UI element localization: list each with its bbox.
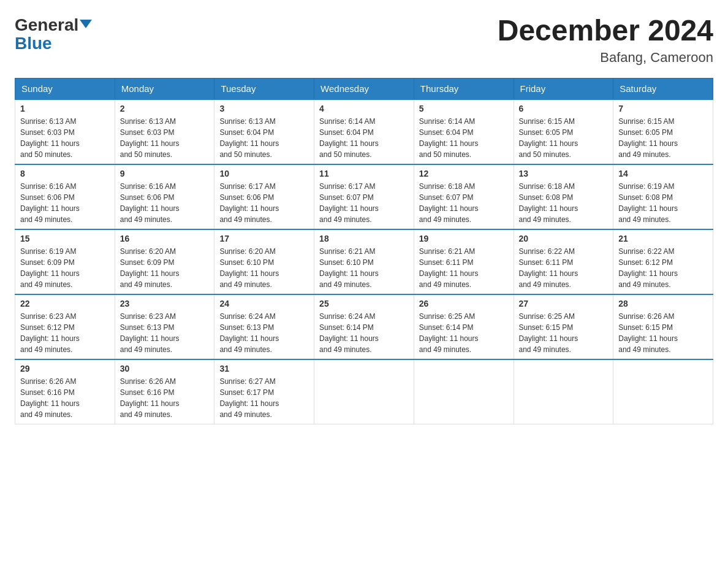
calendar-header-friday: Friday xyxy=(514,78,613,99)
calendar-cell: 7 Sunrise: 6:15 AMSunset: 6:05 PMDayligh… xyxy=(613,99,713,164)
day-info: Sunrise: 6:23 AMSunset: 6:12 PMDaylight:… xyxy=(20,311,110,355)
day-number: 11 xyxy=(319,169,409,178)
day-number: 13 xyxy=(519,169,609,178)
day-info: Sunrise: 6:16 AMSunset: 6:06 PMDaylight:… xyxy=(20,181,110,225)
day-info: Sunrise: 6:26 AMSunset: 6:16 PMDaylight:… xyxy=(120,376,210,420)
day-info: Sunrise: 6:20 AMSunset: 6:10 PMDaylight:… xyxy=(219,246,309,290)
calendar-cell: 26 Sunrise: 6:25 AMSunset: 6:14 PMDaylig… xyxy=(414,294,514,359)
day-number: 23 xyxy=(120,299,210,308)
day-info: Sunrise: 6:21 AMSunset: 6:11 PMDaylight:… xyxy=(419,246,509,290)
day-number: 5 xyxy=(419,104,509,113)
calendar-cell xyxy=(314,359,414,424)
calendar-cell: 31 Sunrise: 6:27 AMSunset: 6:17 PMDaylig… xyxy=(214,359,314,424)
calendar-subtitle: Bafang, Cameroon xyxy=(498,50,713,66)
calendar-cell: 21 Sunrise: 6:22 AMSunset: 6:12 PMDaylig… xyxy=(613,229,713,294)
calendar-cell: 1 Sunrise: 6:13 AMSunset: 6:03 PMDayligh… xyxy=(15,99,115,164)
calendar-cell: 2 Sunrise: 6:13 AMSunset: 6:03 PMDayligh… xyxy=(115,99,214,164)
calendar-cell: 15 Sunrise: 6:19 AMSunset: 6:09 PMDaylig… xyxy=(15,229,115,294)
day-number: 18 xyxy=(319,234,409,243)
calendar-week-row: 15 Sunrise: 6:19 AMSunset: 6:09 PMDaylig… xyxy=(15,229,713,294)
calendar-cell: 29 Sunrise: 6:26 AMSunset: 6:16 PMDaylig… xyxy=(15,359,115,424)
calendar-cell: 18 Sunrise: 6:21 AMSunset: 6:10 PMDaylig… xyxy=(314,229,414,294)
day-info: Sunrise: 6:16 AMSunset: 6:06 PMDaylight:… xyxy=(120,181,210,225)
day-info: Sunrise: 6:14 AMSunset: 6:04 PMDaylight:… xyxy=(319,116,409,160)
calendar-cell: 20 Sunrise: 6:22 AMSunset: 6:11 PMDaylig… xyxy=(514,229,613,294)
day-info: Sunrise: 6:17 AMSunset: 6:06 PMDaylight:… xyxy=(219,181,309,225)
day-info: Sunrise: 6:20 AMSunset: 6:09 PMDaylight:… xyxy=(120,246,210,290)
day-number: 22 xyxy=(20,299,110,308)
page-header: General Blue December 2024 Bafang, Camer… xyxy=(15,15,713,66)
day-number: 28 xyxy=(618,299,708,308)
day-info: Sunrise: 6:24 AMSunset: 6:13 PMDaylight:… xyxy=(219,311,309,355)
calendar-cell: 17 Sunrise: 6:20 AMSunset: 6:10 PMDaylig… xyxy=(214,229,314,294)
day-info: Sunrise: 6:13 AMSunset: 6:04 PMDaylight:… xyxy=(219,116,309,160)
calendar-cell: 24 Sunrise: 6:24 AMSunset: 6:13 PMDaylig… xyxy=(214,294,314,359)
day-number: 27 xyxy=(519,299,609,308)
day-info: Sunrise: 6:25 AMSunset: 6:15 PMDaylight:… xyxy=(519,311,609,355)
calendar-cell: 19 Sunrise: 6:21 AMSunset: 6:11 PMDaylig… xyxy=(414,229,514,294)
day-info: Sunrise: 6:22 AMSunset: 6:11 PMDaylight:… xyxy=(519,246,609,290)
calendar-cell: 16 Sunrise: 6:20 AMSunset: 6:09 PMDaylig… xyxy=(115,229,214,294)
logo-blue-text: Blue xyxy=(15,33,92,54)
day-info: Sunrise: 6:27 AMSunset: 6:17 PMDaylight:… xyxy=(219,376,309,420)
calendar-week-row: 29 Sunrise: 6:26 AMSunset: 6:16 PMDaylig… xyxy=(15,359,713,424)
calendar-header-thursday: Thursday xyxy=(414,78,514,99)
calendar-cell xyxy=(613,359,713,424)
day-number: 17 xyxy=(219,234,309,243)
logo-triangle-icon xyxy=(80,20,92,28)
day-number: 20 xyxy=(519,234,609,243)
day-number: 31 xyxy=(219,364,309,373)
day-info: Sunrise: 6:13 AMSunset: 6:03 PMDaylight:… xyxy=(120,116,210,160)
day-info: Sunrise: 6:17 AMSunset: 6:07 PMDaylight:… xyxy=(319,181,409,225)
day-number: 25 xyxy=(319,299,409,308)
calendar-cell: 5 Sunrise: 6:14 AMSunset: 6:04 PMDayligh… xyxy=(414,99,514,164)
day-info: Sunrise: 6:19 AMSunset: 6:09 PMDaylight:… xyxy=(20,246,110,290)
day-info: Sunrise: 6:25 AMSunset: 6:14 PMDaylight:… xyxy=(419,311,509,355)
day-number: 3 xyxy=(219,104,309,113)
day-info: Sunrise: 6:18 AMSunset: 6:08 PMDaylight:… xyxy=(519,181,609,225)
calendar-header-row: SundayMondayTuesdayWednesdayThursdayFrid… xyxy=(15,78,713,99)
calendar-cell: 13 Sunrise: 6:18 AMSunset: 6:08 PMDaylig… xyxy=(514,164,613,229)
day-number: 9 xyxy=(120,169,210,178)
calendar-cell: 6 Sunrise: 6:15 AMSunset: 6:05 PMDayligh… xyxy=(514,99,613,164)
day-info: Sunrise: 6:24 AMSunset: 6:14 PMDaylight:… xyxy=(319,311,409,355)
calendar-cell: 4 Sunrise: 6:14 AMSunset: 6:04 PMDayligh… xyxy=(314,99,414,164)
calendar-cell xyxy=(514,359,613,424)
calendar-cell: 11 Sunrise: 6:17 AMSunset: 6:07 PMDaylig… xyxy=(314,164,414,229)
day-number: 1 xyxy=(20,104,110,113)
calendar-week-row: 8 Sunrise: 6:16 AMSunset: 6:06 PMDayligh… xyxy=(15,164,713,229)
day-info: Sunrise: 6:21 AMSunset: 6:10 PMDaylight:… xyxy=(319,246,409,290)
day-info: Sunrise: 6:18 AMSunset: 6:07 PMDaylight:… xyxy=(419,181,509,225)
calendar-header-monday: Monday xyxy=(115,78,214,99)
day-info: Sunrise: 6:15 AMSunset: 6:05 PMDaylight:… xyxy=(618,116,708,160)
day-number: 8 xyxy=(20,169,110,178)
calendar-title-block: December 2024 Bafang, Cameroon xyxy=(498,15,713,66)
day-number: 15 xyxy=(20,234,110,243)
calendar-cell: 12 Sunrise: 6:18 AMSunset: 6:07 PMDaylig… xyxy=(414,164,514,229)
calendar-cell: 28 Sunrise: 6:26 AMSunset: 6:15 PMDaylig… xyxy=(613,294,713,359)
day-number: 14 xyxy=(618,169,708,178)
day-info: Sunrise: 6:26 AMSunset: 6:16 PMDaylight:… xyxy=(20,376,110,420)
calendar-cell: 22 Sunrise: 6:23 AMSunset: 6:12 PMDaylig… xyxy=(15,294,115,359)
calendar-title: December 2024 xyxy=(498,15,713,47)
calendar-cell: 9 Sunrise: 6:16 AMSunset: 6:06 PMDayligh… xyxy=(115,164,214,229)
calendar-cell: 14 Sunrise: 6:19 AMSunset: 6:08 PMDaylig… xyxy=(613,164,713,229)
day-info: Sunrise: 6:23 AMSunset: 6:13 PMDaylight:… xyxy=(120,311,210,355)
logo-general-text: General xyxy=(15,15,78,36)
day-info: Sunrise: 6:26 AMSunset: 6:15 PMDaylight:… xyxy=(618,311,708,355)
day-info: Sunrise: 6:14 AMSunset: 6:04 PMDaylight:… xyxy=(419,116,509,160)
day-number: 30 xyxy=(120,364,210,373)
calendar-cell: 8 Sunrise: 6:16 AMSunset: 6:06 PMDayligh… xyxy=(15,164,115,229)
calendar-header-sunday: Sunday xyxy=(15,78,115,99)
day-number: 2 xyxy=(120,104,210,113)
day-number: 6 xyxy=(519,104,609,113)
calendar-cell: 30 Sunrise: 6:26 AMSunset: 6:16 PMDaylig… xyxy=(115,359,214,424)
logo: General Blue xyxy=(15,15,92,53)
day-info: Sunrise: 6:22 AMSunset: 6:12 PMDaylight:… xyxy=(618,246,708,290)
calendar-cell: 25 Sunrise: 6:24 AMSunset: 6:14 PMDaylig… xyxy=(314,294,414,359)
day-number: 21 xyxy=(618,234,708,243)
day-info: Sunrise: 6:15 AMSunset: 6:05 PMDaylight:… xyxy=(519,116,609,160)
day-number: 24 xyxy=(219,299,309,308)
day-number: 4 xyxy=(319,104,409,113)
calendar-cell xyxy=(414,359,514,424)
